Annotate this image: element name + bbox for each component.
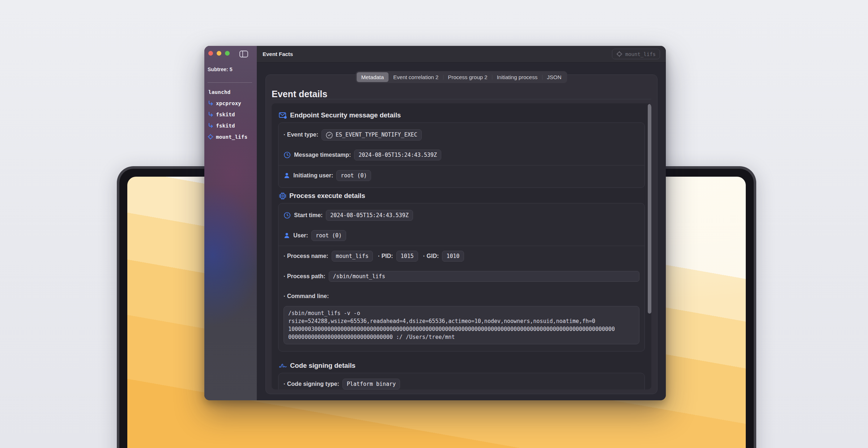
clock-icon [284,212,291,219]
cpu-icon [279,192,286,200]
branch-arrow-icon [208,100,213,106]
target-icon [616,51,622,57]
command-line-label: · Command line: [284,293,329,300]
subtree-count: Subtree: 5 [208,66,232,72]
user-row: User: root (0) [278,225,644,246]
timestamp-value: 2024-08-05T15:24:43.539Z [354,150,441,160]
sidebar-toggle-icon[interactable] [239,51,248,57]
tree-item-launchd[interactable]: launchd [208,86,257,98]
event-type-value: ES_EVENT_TYPE_NOTIFY_EXEC [322,129,422,141]
branch-arrow-icon [208,112,213,117]
tab-initiating-process[interactable]: Initiating process [492,72,542,82]
event-type-row: · Event type: ES_EVENT_TYPE_NOTIFY_EXEC [278,125,644,145]
user-label: User: [293,232,308,239]
event-facts-window: Subtree: 5 launchd xpcproxy fskitd fskit… [204,46,666,400]
event-type-label: · Event type: [284,132,318,138]
envelope-badge-icon [279,112,287,119]
event-details-card: Event details Endpoint Security message … [265,74,658,394]
tab-bar: Metadata Event correlation 2 Process gro… [356,71,567,83]
es-message-panel: · Event type: ES_EVENT_TYPE_NOTIFY_EXEC … [278,122,645,188]
initiating-user-label: Initiating user: [293,172,333,179]
signing-type-row: · Code signing type: Platform binary [278,375,644,389]
command-line-3: 1000000300000000000000000000000000000000… [288,325,635,333]
process-tree-sidebar: Subtree: 5 launchd xpcproxy fskitd fskit… [204,46,257,400]
pid-label: · PID: [378,253,393,259]
tree-item-xpcproxy[interactable]: xpcproxy [208,98,257,109]
gid-value: 1010 [442,251,464,262]
command-line-4: 00000000000000000000000000000000 :/ /Use… [288,333,635,341]
gid-label: · GID: [423,253,439,259]
minimize-button[interactable] [217,51,221,56]
initiating-user-value: root (0) [336,170,371,181]
pid-value: 1015 [396,251,418,262]
timestamp-row: Message timestamp: 2024-08-05T15:24:43.5… [278,145,644,165]
process-path-label: · Process path: [284,273,326,280]
code-signing-section-header: Code signing details [279,362,645,370]
es-message-section-header: Endpoint Security message details [279,111,645,119]
title-divider [272,99,651,99]
process-tree: launchd xpcproxy fskitd fskitd mount_lif… [208,86,257,142]
tree-item-mount-lifs[interactable]: mount_lifs [208,131,257,142]
tree-item-fskitd-2[interactable]: fskitd [208,120,257,131]
tab-process-group[interactable]: Process group 2 [443,72,492,82]
tab-event-correlation[interactable]: Event correlation 2 [388,72,443,82]
tab-json[interactable]: JSON [542,72,566,82]
target-icon [208,134,213,140]
command-line-1: /sbin/mount_lifs -v -o [288,309,635,317]
process-path-row: · Process path: /sbin/mount_lifs [278,266,644,287]
close-button[interactable] [208,51,213,56]
process-badge-label: mount_lifs [625,51,656,57]
tab-metadata[interactable]: Metadata [357,72,389,82]
process-identity-row: · Process name: mount_lifs · PID: 1015 ·… [278,246,644,266]
start-time-label: Start time: [294,212,323,219]
zoom-button[interactable] [225,51,230,56]
process-execute-section-header: Process execute details [279,192,645,200]
command-line-label-row: · Command line: [278,287,644,305]
process-name-label: · Process name: [284,253,328,259]
window-title: Event Facts [263,51,293,57]
details-scroll-area[interactable]: Endpoint Security message details · Even… [272,103,651,389]
command-line-block: /sbin/mount_lifs -v -o rsize=524288,wsiz… [284,306,639,344]
process-badge: mount_lifs [612,49,660,59]
page-title: Event details [272,89,327,99]
process-execute-panel: Start time: 2024-08-05T15:24:43.539Z Use… [278,203,645,352]
main-area: Event Facts mount_lifs Metadata Event co… [257,46,666,400]
clock-icon [284,151,291,159]
verified-seal-icon [326,132,333,138]
user-icon [284,172,290,179]
process-name-value: mount_lifs [332,251,373,262]
user-icon [284,232,290,239]
titlebar: Event Facts mount_lifs [257,46,666,63]
process-path-value: /sbin/mount_lifs [329,271,639,282]
signing-type-label: · Code signing type: [284,381,339,387]
command-line-2: rsize=524288,wsize=65536,readahead=4,dsi… [288,317,635,325]
user-value: root (0) [311,230,346,241]
code-signing-panel: · Code signing type: Platform binary · P… [278,373,645,389]
desktop: Subtree: 5 launchd xpcproxy fskitd fskit… [0,0,868,448]
tree-item-fskitd-1[interactable]: fskitd [208,109,257,120]
branch-arrow-icon [208,123,213,128]
content: Metadata Event correlation 2 Process gro… [257,63,666,400]
start-time-row: Start time: 2024-08-05T15:24:43.539Z [278,205,644,225]
initiating-user-row: Initiating user: root (0) [278,165,644,186]
timestamp-label: Message timestamp: [294,152,351,158]
signing-type-value: Platform binary [342,379,400,389]
sidebar-divider [208,82,252,83]
scrollbar-thumb[interactable] [648,104,651,314]
start-time-value: 2024-08-05T15:24:43.539Z [326,210,413,221]
window-controls [208,51,230,56]
signature-icon [279,362,287,369]
